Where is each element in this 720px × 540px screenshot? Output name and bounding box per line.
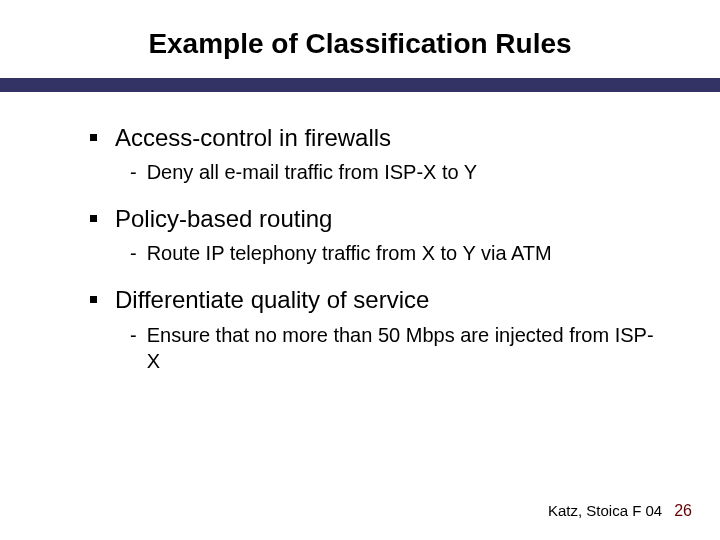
slide-title: Example of Classification Rules [0, 0, 720, 78]
sub-bullet-text: Route IP telephony traffic from X to Y v… [147, 240, 552, 266]
bullet-text: Access-control in firewalls [115, 122, 391, 153]
slide-content: Access-control in firewalls - Deny all e… [0, 92, 720, 374]
sub-bullet-row: - Ensure that no more than 50 Mbps are i… [130, 322, 660, 374]
slide: Example of Classification Rules Access-c… [0, 0, 720, 540]
bullet-text: Differentiate quality of service [115, 284, 429, 315]
bullet-row: Differentiate quality of service [90, 284, 660, 315]
dash-icon: - [130, 159, 137, 185]
bullet-row: Policy-based routing [90, 203, 660, 234]
page-number: 26 [674, 502, 692, 520]
footer-label: Katz, Stoica F 04 [548, 502, 662, 519]
dash-icon: - [130, 240, 137, 266]
sub-bullet-row: - Route IP telephony traffic from X to Y… [130, 240, 660, 266]
sub-bullet-row: - Deny all e-mail traffic from ISP-X to … [130, 159, 660, 185]
dash-icon: - [130, 322, 137, 348]
bullet-item: Differentiate quality of service - Ensur… [90, 284, 660, 373]
bullet-item: Access-control in firewalls - Deny all e… [90, 122, 660, 185]
bullet-item: Policy-based routing - Route IP telephon… [90, 203, 660, 266]
title-divider [0, 78, 720, 92]
bullet-text: Policy-based routing [115, 203, 332, 234]
square-bullet-icon [90, 215, 97, 222]
slide-footer: Katz, Stoica F 04 26 [548, 502, 692, 520]
square-bullet-icon [90, 296, 97, 303]
sub-bullet-text: Ensure that no more than 50 Mbps are inj… [147, 322, 660, 374]
bullet-row: Access-control in firewalls [90, 122, 660, 153]
square-bullet-icon [90, 134, 97, 141]
sub-bullet-text: Deny all e-mail traffic from ISP-X to Y [147, 159, 477, 185]
